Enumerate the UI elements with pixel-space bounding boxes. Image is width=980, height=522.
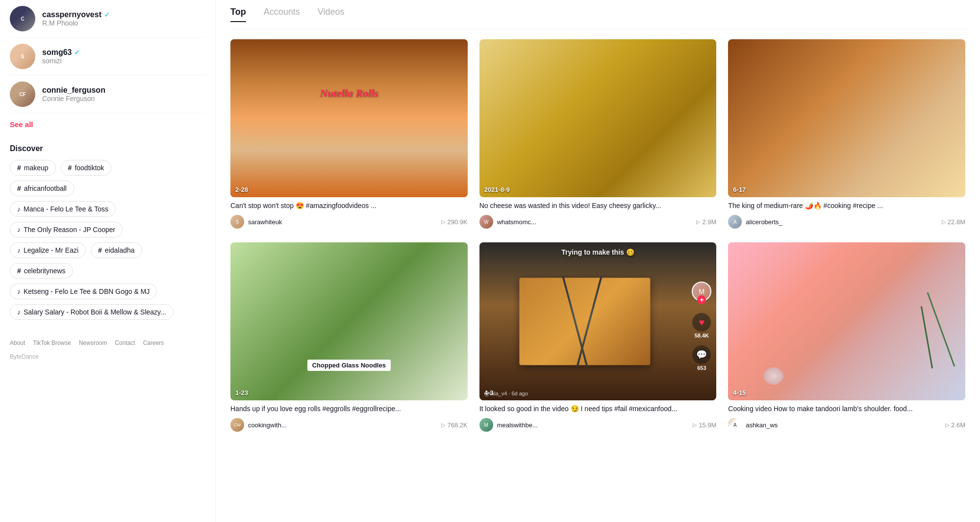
video-thumbnail-2: 2021-8-9 <box>479 39 717 197</box>
video-meta-6: Cooking video How to make tandoori lamb'… <box>728 400 965 434</box>
views-count-5: 15.9M <box>699 421 716 429</box>
footer-careers[interactable]: Careers <box>143 339 164 346</box>
video-views-2: ▷ 2.9M <box>696 218 716 226</box>
play-icon: ▷ <box>945 422 949 428</box>
footer-links: About TikTok Browse Newsroom Contact Car… <box>10 330 205 350</box>
discover-title: Discover <box>10 140 205 160</box>
tabs-bar: Top Accounts Videos <box>230 0 965 29</box>
author-name-5: mealswithbe... <box>497 421 538 429</box>
views-count-2: 2.9M <box>702 218 716 226</box>
video-meta-4: Hands up if you love egg rolls #eggrolls… <box>230 400 468 434</box>
video-card-6[interactable]: 4-15 Cooking video How to make tandoori … <box>728 242 965 434</box>
author-avatar-4: CW <box>230 418 244 432</box>
hash-icon: # <box>17 164 21 172</box>
trending-salary[interactable]: ♪ Salary Salary - Robot Boii & Mellow & … <box>10 304 174 320</box>
video-meta-3: The king of medium-rare 🌶️🔥 #cooking #re… <box>728 197 965 231</box>
video-meta-1: Can't stop won't stop 😍 #amazingfoodvide… <box>230 197 468 231</box>
trending-row-5: ♪ Ketseng - Felo Le Tee & DBN Gogo & MJ <box>10 284 205 299</box>
trending-jp-cooper[interactable]: ♪ The Only Reason - JP Cooper <box>10 222 123 237</box>
views-count-1: 290.9K <box>447 218 467 226</box>
video-meta-2: No cheese was wasted in this video! Easy… <box>479 197 717 231</box>
account-item[interactable]: S somg63 ✓ somizi <box>10 38 205 76</box>
overlay-likes: ♥ 58.4K <box>692 313 711 339</box>
video-date: 2-28 <box>235 186 248 193</box>
tag-label: africanfootball <box>24 184 67 192</box>
tag-foodtiktok[interactable]: # foodtiktok <box>61 160 112 176</box>
footer-newsroom[interactable]: Newsroom <box>79 339 107 346</box>
footer-contact[interactable]: Contact <box>115 339 135 346</box>
video-author-row-4: CW cookingwith... ▷ 768.2K <box>230 418 468 432</box>
video-author-row-1: S sarawhiteuk ▷ 290.9K <box>230 215 468 229</box>
trend-label: The Only Reason - JP Cooper <box>24 226 115 234</box>
tag-eidaladha[interactable]: # eidaladha <box>91 242 142 258</box>
verified-icon: ✓ <box>104 11 110 19</box>
video-grid: Nutella Rolls 2-28 Can't stop won't stop… <box>230 29 965 444</box>
comments-count: 653 <box>697 365 706 371</box>
video-card-1[interactable]: Nutella Rolls 2-28 Can't stop won't stop… <box>230 39 468 231</box>
overlay-icons: M + ♥ 58.4K 💬 653 <box>692 282 711 371</box>
author-name-4: cookingwith... <box>248 421 287 429</box>
tag-label: eidaladha <box>105 246 135 254</box>
video-card-4[interactable]: Chopped Glass Noodles 1-23 Hands up if y… <box>230 242 468 434</box>
video-thumbnail-6: 4-15 <box>728 242 965 400</box>
account-username: casspernyovest ✓ <box>42 10 205 19</box>
views-count-4: 768.2K <box>447 421 467 429</box>
author-info-1: S sarawhiteuk <box>230 215 282 229</box>
trending-legalize[interactable]: ♪ Legalize - Mr Eazi <box>10 242 86 258</box>
video-card-3[interactable]: 6-17 The king of medium-rare 🌶️🔥 #cookin… <box>728 39 965 231</box>
hash-icon: # <box>17 184 21 192</box>
account-info: somg63 ✓ somizi <box>42 48 205 65</box>
author-name-6: ashkan_ws <box>746 421 778 429</box>
video-meta-5: It looked so good in the video 😏 I need … <box>479 400 717 434</box>
video-card-5[interactable]: Trying to make this 🥴 M + ♥ 58.4K <box>479 242 717 434</box>
trending-row-3: ♪ Legalize - Mr Eazi # eidaladha <box>10 242 205 258</box>
trend-label: Salary Salary - Robot Boii & Mellow & Sl… <box>24 308 166 316</box>
video-description-6: Cooking video How to make tandoori lamb'… <box>728 404 965 414</box>
video-description-1: Can't stop won't stop 😍 #amazingfoodvide… <box>230 201 468 211</box>
video-views-6: ▷ 2.6M <box>945 421 965 429</box>
video-views-1: ▷ 290.9K <box>441 218 467 226</box>
video-description-3: The king of medium-rare 🌶️🔥 #cooking #re… <box>728 201 965 211</box>
video-date: 2021-8-9 <box>484 186 510 193</box>
see-all-link[interactable]: See all <box>10 113 205 135</box>
views-count-3: 22.8M <box>948 218 965 226</box>
avatar: S <box>10 44 35 69</box>
tag-label: foodtiktok <box>75 164 104 172</box>
video-date: 1-23 <box>235 389 248 396</box>
trending-row-4: # celebritynews <box>10 263 205 279</box>
video-thumbnail-3: 6-17 <box>728 39 965 197</box>
tags-row-1: # makeup # foodtiktok <box>10 160 205 176</box>
author-info-5: M mealswithbe... <box>479 418 538 432</box>
author-info-2: W whatsmomc... <box>479 215 536 229</box>
video-overlay-text: Trying to make this 🥴 <box>561 248 634 256</box>
tag-africanfootball[interactable]: # africanfootball <box>10 181 74 196</box>
tag-makeup[interactable]: # makeup <box>10 160 56 176</box>
tab-top[interactable]: Top <box>230 7 246 22</box>
footer-about[interactable]: About <box>10 339 25 346</box>
account-username: connie_ferguson <box>42 86 205 95</box>
tag-celebritynews[interactable]: # celebritynews <box>10 263 73 279</box>
tab-accounts[interactable]: Accounts <box>264 7 300 22</box>
video-author-row-3: A aliceroberts_ ▷ 22.8M <box>728 215 965 229</box>
author-name-3: aliceroberts_ <box>746 218 782 226</box>
hash-icon: # <box>68 164 72 172</box>
hash-icon: # <box>98 246 102 254</box>
tab-videos[interactable]: Videos <box>318 7 345 22</box>
author-name-2: whatsmomc... <box>497 218 536 226</box>
video-views-3: ▷ 22.8M <box>942 218 965 226</box>
trending-manca[interactable]: ♪ Manca - Felo Le Tee & Toss <box>10 201 116 217</box>
hash-icon: # <box>17 267 21 275</box>
account-display-name: R.M Phoolo <box>42 19 205 27</box>
video-card-2[interactable]: 2021-8-9 No cheese was wasted in this vi… <box>479 39 717 231</box>
video-date: 6-17 <box>733 186 746 193</box>
footer-brand: ByteDance <box>10 350 205 360</box>
likes-count: 58.4K <box>695 333 709 339</box>
footer-browse[interactable]: TikTok Browse <box>33 339 71 346</box>
account-item[interactable]: C casspernyovest ✓ R.M Phoolo <box>10 0 205 38</box>
trend-label: Legalize - Mr Eazi <box>24 246 78 254</box>
play-icon: ▷ <box>942 219 946 225</box>
trending-ketseng[interactable]: ♪ Ketseng - Felo Le Tee & DBN Gogo & MJ <box>10 284 157 299</box>
play-icon: ▷ <box>693 422 697 428</box>
account-item[interactable]: CF connie_ferguson Connie Ferguson <box>10 76 205 113</box>
video-views-5: ▷ 15.9M <box>693 421 716 429</box>
